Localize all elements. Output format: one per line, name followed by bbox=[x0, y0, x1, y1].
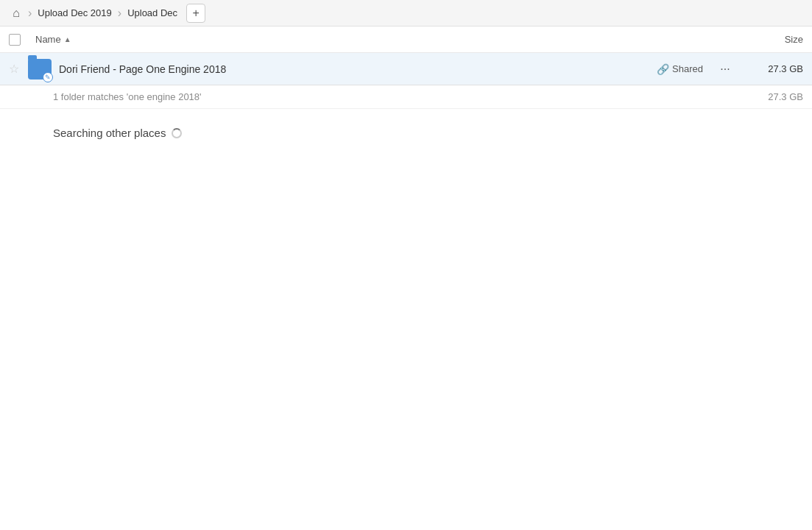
column-headers: Name ▲ Size bbox=[0, 26, 812, 53]
loading-spinner bbox=[172, 128, 182, 138]
breadcrumb-upload-dec-2019[interactable]: Upload Dec 2019 bbox=[33, 6, 116, 20]
folder-icon-wrap: ✎ bbox=[27, 56, 53, 82]
breadcrumb-bar: ⌂ › Upload Dec 2019 › Upload Dec + bbox=[0, 0, 812, 26]
size-column-header[interactable]: Size bbox=[744, 34, 803, 45]
sort-arrow-icon: ▲ bbox=[64, 35, 71, 43]
select-all-checkbox[interactable] bbox=[9, 34, 21, 46]
size-column-label: Size bbox=[785, 34, 803, 45]
breadcrumb-upload-dec[interactable]: Upload Dec bbox=[123, 6, 182, 20]
name-column-header[interactable]: Name ▲ bbox=[35, 34, 744, 45]
folder-edit-badge: ✎ bbox=[43, 72, 53, 82]
searching-text: Searching other places bbox=[53, 127, 166, 139]
breadcrumb-separator-2: › bbox=[118, 7, 121, 20]
file-size: 27.3 GB bbox=[744, 63, 803, 74]
file-name: Dori Friend - Page One Engine 2018 bbox=[59, 63, 657, 75]
summary-size: 27.3 GB bbox=[744, 91, 803, 102]
shared-label: Shared bbox=[672, 63, 703, 74]
star-icon[interactable]: ☆ bbox=[9, 62, 27, 76]
searching-section: Searching other places bbox=[0, 109, 812, 145]
summary-text: 1 folder matches 'one engine 2018' bbox=[53, 91, 744, 102]
breadcrumb-separator-1: › bbox=[28, 7, 32, 20]
add-tab-button[interactable]: + bbox=[186, 4, 205, 23]
summary-row: 1 folder matches 'one engine 2018' 27.3 … bbox=[0, 85, 812, 109]
shared-badge: 🔗 Shared bbox=[657, 63, 703, 75]
link-icon: 🔗 bbox=[657, 63, 669, 75]
file-row[interactable]: ☆ ✎ Dori Friend - Page One Engine 2018 🔗… bbox=[0, 53, 812, 85]
home-button[interactable]: ⌂ bbox=[6, 3, 27, 24]
name-column-label: Name bbox=[35, 34, 61, 45]
select-all-checkbox-wrap[interactable] bbox=[9, 34, 35, 46]
more-options-button[interactable]: ··· bbox=[715, 59, 735, 80]
